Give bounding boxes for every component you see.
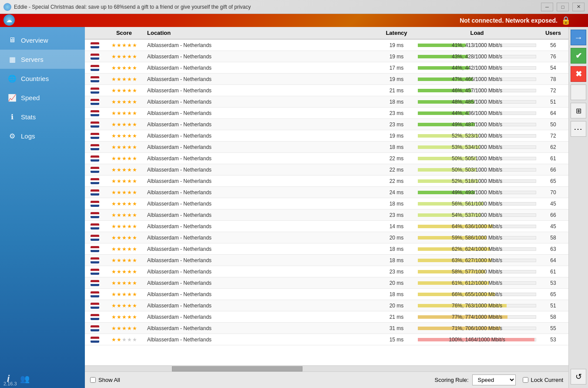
row-latency: 23 ms [377, 269, 416, 275]
sidebar-item-countries[interactable]: 🌐 Countries [0, 69, 85, 88]
star-filled-icon: ★ [117, 246, 121, 252]
load-text: 48%, 485/1000 Mbit/s [452, 99, 502, 105]
maximize-button[interactable]: □ [557, 3, 569, 11]
sidebar-item-servers[interactable]: ▦ Servers [0, 50, 85, 69]
sidebar-item-overview[interactable]: 🖥 Overview [0, 30, 85, 50]
col-header-load[interactable]: Load [416, 30, 538, 36]
close-button[interactable]: ✕ [572, 3, 585, 11]
table-row[interactable]: ★★★★★ Alblasserdam - Netherlands 23 ms 4… [85, 108, 568, 119]
sidebar-item-stats[interactable]: ℹ Stats [0, 107, 85, 126]
netherlands-flag [91, 88, 99, 94]
table-row[interactable]: ★★★★★ Alblasserdam - Netherlands 17 ms 4… [85, 62, 568, 74]
table-row[interactable]: ★★★★★ Alblasserdam - Netherlands 19 ms 4… [85, 74, 568, 85]
table-row[interactable]: ★★★★★ Alblasserdam - Netherlands 20 ms 5… [85, 232, 568, 243]
star-filled-icon: ★ [132, 201, 137, 207]
netherlands-flag [91, 121, 99, 128]
star-filled-icon: ★ [122, 133, 127, 139]
col-header-location[interactable]: Location [144, 30, 377, 36]
table-row[interactable]: ★★★★★ Alblasserdam - Netherlands 19 ms 4… [85, 51, 568, 62]
table-row[interactable]: ★★★★★ Alblasserdam - Netherlands 31 ms 7… [85, 323, 568, 334]
row-load: 56%, 561/1000 Mbit/s [416, 201, 538, 207]
server-table-body[interactable]: ★★★★★ Alblasserdam - Netherlands 19 ms 4… [85, 40, 568, 365]
refresh-button[interactable]: ↺ [571, 369, 586, 385]
table-row[interactable]: ★★★★★ Alblasserdam - Netherlands 22 ms 5… [85, 153, 568, 164]
table-row[interactable]: ★★★★★ Alblasserdam - Netherlands 21 ms 4… [85, 85, 568, 96]
star-filled-icon: ★ [132, 133, 137, 139]
sidebar-item-speed[interactable]: 📈 Speed [0, 88, 85, 107]
row-users: 45 [538, 223, 568, 229]
col-header-users[interactable]: Users [538, 30, 568, 36]
show-all-checkbox-label[interactable]: Show All [90, 377, 120, 383]
accept-button[interactable]: ✔ [571, 48, 586, 64]
row-latency: 18 ms [377, 201, 416, 207]
row-users: 51 [538, 99, 568, 105]
star-filled-icon: ★ [132, 246, 137, 252]
row-users: 64 [538, 257, 568, 263]
sidebar-item-logs[interactable]: ⚙ Logs [0, 126, 85, 145]
table-row[interactable]: ★★★★★ Alblasserdam - Netherlands 18 ms 4… [85, 96, 568, 108]
show-all-checkbox[interactable] [90, 377, 96, 383]
star-filled-icon: ★ [111, 246, 116, 252]
star-filled-icon: ★ [111, 189, 116, 196]
sidebar-item-label-stats: Stats [21, 113, 78, 121]
lock-current-label[interactable]: Lock Current [523, 377, 563, 383]
reject-button[interactable]: ✖ [571, 66, 586, 82]
row-score: ★★★★★ [104, 189, 144, 196]
minimize-button[interactable]: ─ [541, 3, 553, 11]
table-row[interactable]: ★★★★★ Alblasserdam - Netherlands 23 ms 5… [85, 209, 568, 221]
load-text: 76%, 763/1000 Mbit/s [452, 303, 502, 309]
netherlands-flag [91, 280, 99, 286]
table-row[interactable]: ★★★★★ Alblasserdam - Netherlands 18 ms 6… [85, 289, 568, 300]
col-header-latency[interactable]: Latency [377, 30, 416, 36]
table-row[interactable]: ★★★★★ Alblasserdam - Netherlands 20 ms 6… [85, 277, 568, 289]
table-row[interactable]: ★★★★★ Alblasserdam - Netherlands 20 ms 7… [85, 300, 568, 311]
row-users: 65 [538, 178, 568, 184]
row-flag [85, 291, 104, 297]
horizontal-scrollbar[interactable] [85, 365, 568, 371]
table-row[interactable]: ★★★★★ Alblasserdam - Netherlands 21 ms 7… [85, 311, 568, 323]
table-row[interactable]: ★★★★★ Alblasserdam - Netherlands 19 ms 5… [85, 130, 568, 142]
netherlands-flag [91, 42, 99, 48]
table-row[interactable]: ★★★★★ Alblasserdam - Netherlands 24 ms 4… [85, 187, 568, 198]
connect-button[interactable]: → [571, 30, 586, 45]
row-score: ★★★★★ [104, 110, 144, 116]
load-text: 49%, 487/1000 Mbit/s [452, 121, 502, 128]
table-row[interactable]: ★★★★★ Alblasserdam - Netherlands 18 ms 6… [85, 255, 568, 266]
lock-current-checkbox[interactable] [523, 377, 528, 383]
table-row[interactable]: ★★★★★ Alblasserdam - Netherlands 18 ms 6… [85, 243, 568, 255]
lock-current-text: Lock Current [531, 377, 563, 383]
table-row[interactable]: ★★★★★ Alblasserdam - Netherlands 18 ms 5… [85, 198, 568, 209]
star-filled-icon: ★ [117, 269, 121, 275]
more-options-button[interactable]: ⋯ [571, 121, 586, 137]
row-users: 55 [538, 325, 568, 331]
row-latency: 21 ms [377, 88, 416, 94]
table-row[interactable]: ★★★★★ Alblasserdam - Netherlands 14 ms 6… [85, 221, 568, 232]
table-row[interactable]: ★★★★★ Alblasserdam - Netherlands 22 ms 5… [85, 164, 568, 175]
table-row[interactable]: ★★★★★ Alblasserdam - Netherlands 15 ms 1… [85, 334, 568, 345]
row-users: 66 [538, 212, 568, 218]
table-row[interactable]: ★★★★★ Alblasserdam - Netherlands 23 ms 5… [85, 266, 568, 277]
table-row[interactable]: ★★★★★ Alblasserdam - Netherlands 22 ms 5… [85, 175, 568, 187]
row-users: 66 [538, 167, 568, 173]
empty-button[interactable] [571, 84, 586, 100]
star-filled-icon: ★ [111, 314, 116, 320]
version-label: 2.16.3 [3, 381, 17, 386]
split-view-button[interactable]: ⊞ [571, 103, 586, 118]
table-row[interactable]: ★★★★★ Alblasserdam - Netherlands 19 ms 4… [85, 40, 568, 51]
star-filled-icon: ★ [111, 144, 116, 150]
sidebar-settings-icon[interactable]: 👥 [20, 374, 30, 384]
row-users: 54 [538, 65, 568, 71]
row-latency: 22 ms [377, 167, 416, 173]
col-header-score[interactable]: Score [104, 30, 144, 36]
lock-icon: 🔒 [561, 16, 571, 25]
scrollbar-thumb[interactable] [172, 366, 302, 371]
star-filled-icon: ★ [127, 235, 132, 241]
countries-icon: 🌐 [7, 73, 17, 84]
table-row[interactable]: ★★★★★ Alblasserdam - Netherlands 18 ms 5… [85, 142, 568, 153]
row-location: Alblasserdam - Netherlands [144, 223, 377, 229]
table-row[interactable]: ★★★★★ Alblasserdam - Netherlands 23 ms 4… [85, 119, 568, 130]
star-filled-icon: ★ [122, 257, 127, 263]
scoring-rule-select[interactable]: Speed [472, 375, 516, 385]
netherlands-flag [91, 189, 99, 196]
star-filled-icon: ★ [111, 88, 116, 94]
